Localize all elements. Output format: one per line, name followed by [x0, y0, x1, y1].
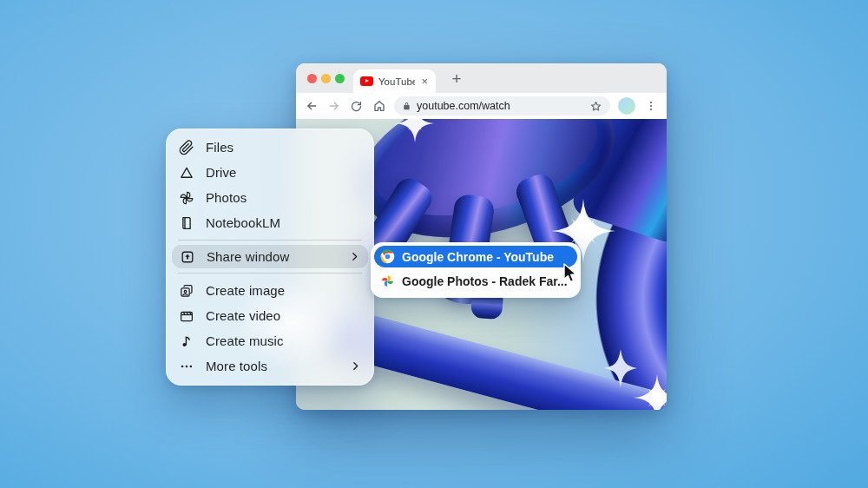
menu-item-label: Create video [206, 308, 361, 323]
browser-menu-icon[interactable] [643, 99, 658, 114]
menu-item-share-window[interactable]: Share window [172, 245, 368, 268]
mouse-cursor [561, 262, 580, 285]
create-video-icon [179, 308, 194, 324]
browser-toolbar: youtube.com/watch [296, 93, 667, 119]
menu-separator [178, 240, 362, 241]
submenu-item-google-photos[interactable]: Google Photos - Radek Far... [374, 270, 577, 292]
notebooklm-icon [179, 215, 194, 231]
tab-youtube[interactable]: YouTube × [353, 69, 436, 93]
share-window-submenu: Google Chrome - YouTube Google Photos - … [371, 242, 581, 298]
tab-strip: YouTube × + [296, 63, 667, 93]
google-photos-icon [380, 274, 395, 288]
desktop-background: YouTube × + youtube.com/watch [0, 0, 868, 488]
tab-close-icon[interactable]: × [420, 76, 429, 87]
menu-item-create-image[interactable]: Create image [167, 278, 373, 303]
menu-item-create-video[interactable]: Create video [167, 303, 373, 328]
menu-item-create-music[interactable]: Create music [167, 328, 373, 353]
menu-item-label: Files [206, 140, 361, 155]
back-icon[interactable] [304, 99, 319, 114]
google-photos-icon [179, 190, 194, 206]
tab-title: YouTube [378, 76, 415, 87]
address-bar[interactable]: youtube.com/watch [394, 96, 610, 115]
forward-icon[interactable] [326, 99, 341, 114]
paperclip-icon [179, 140, 194, 155]
create-image-icon [179, 283, 194, 299]
window-controls [307, 74, 345, 83]
google-drive-icon [179, 165, 194, 181]
chevron-right-icon [350, 360, 361, 372]
menu-item-more-tools[interactable]: More tools [167, 353, 373, 379]
submenu-item-chrome-youtube[interactable]: Google Chrome - YouTube [374, 246, 577, 267]
submenu-item-label: Google Chrome - YouTube [402, 250, 554, 264]
youtube-favicon [360, 76, 373, 86]
chrome-icon [380, 249, 395, 264]
menu-item-files[interactable]: Files [167, 135, 373, 160]
submenu-item-label: Google Photos - Radek Far... [402, 274, 568, 288]
chevron-right-icon [349, 251, 360, 262]
lock-icon [402, 101, 411, 111]
new-tab-button[interactable]: + [445, 68, 468, 90]
reload-icon[interactable] [349, 99, 364, 114]
menu-item-label: Create music [206, 333, 361, 348]
menu-item-label: Create image [206, 283, 361, 298]
profile-avatar[interactable] [618, 97, 635, 115]
menu-item-label: Share window [207, 249, 338, 264]
menu-item-label: Photos [206, 190, 361, 205]
menu-item-label: Drive [206, 165, 361, 180]
share-window-icon [180, 249, 195, 265]
more-tools-icon [179, 359, 194, 374]
menu-item-drive[interactable]: Drive [167, 160, 373, 185]
sparkle-icon [395, 119, 435, 143]
gemini-tools-menu: Files Drive Photos NotebookLM Shar [166, 129, 374, 386]
menu-item-photos[interactable]: Photos [167, 185, 373, 210]
menu-item-label: More tools [206, 359, 339, 373]
diamond-sparkle-icon [602, 347, 639, 389]
zoom-window-button[interactable] [335, 74, 345, 83]
url-text: youtube.com/watch [417, 100, 584, 112]
menu-separator [178, 273, 362, 274]
menu-item-label: NotebookLM [206, 215, 361, 230]
minimize-window-button[interactable] [321, 74, 331, 83]
create-music-icon [179, 333, 194, 349]
home-icon[interactable] [372, 99, 386, 114]
bookmark-star-icon[interactable] [589, 100, 602, 113]
close-window-button[interactable] [307, 74, 317, 83]
menu-item-notebooklm[interactable]: NotebookLM [167, 210, 373, 235]
